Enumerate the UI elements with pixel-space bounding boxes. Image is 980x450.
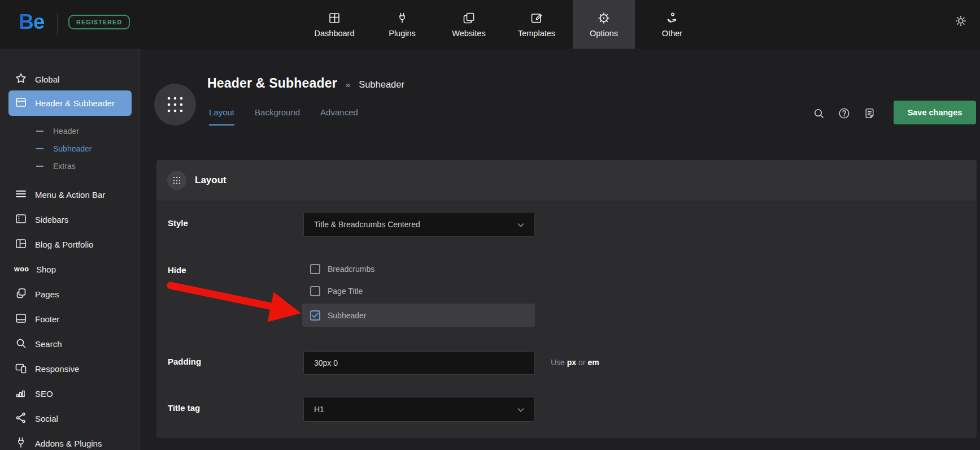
nav-options[interactable]: Options (573, 0, 635, 49)
padding-input-value: 30px 0 (314, 358, 338, 367)
sidebar-item-search[interactable]: Search (0, 335, 140, 353)
hint-text: Use (551, 358, 565, 367)
dash-icon (36, 131, 43, 132)
nav-label: Websites (452, 29, 485, 38)
style-select-value: Title & Breadcrumbs Centered (314, 220, 420, 229)
sidebar-item-label: Blog & Portfolio (35, 240, 93, 249)
section-tabs: Layout Background Advanced (209, 107, 358, 126)
sun-icon[interactable] (953, 14, 968, 28)
sidebar-subitem-header[interactable]: Header (0, 124, 140, 139)
dash-icon (36, 148, 43, 149)
layout-panel: Layout Style Title & Breadcrumbs Centere… (156, 160, 977, 438)
hint-text: or (578, 358, 585, 367)
sidebar-item-responsive[interactable]: Responsive (0, 360, 140, 378)
sidebar-subitem-label: Subheader (53, 144, 92, 153)
registered-badge: REGISTERED (68, 15, 130, 29)
sidebar-item-global[interactable]: Global (0, 70, 140, 88)
sidebar-subitem-subheader[interactable]: Subheader (0, 141, 140, 156)
save-changes-button[interactable]: Save changes (894, 101, 976, 124)
title-tag-select-value: H1 (314, 405, 324, 414)
sidebar-item-label: Shop (36, 265, 56, 274)
sidebar-item-label: Menu & Action Bar (35, 190, 105, 200)
nav-plugins[interactable]: Plugins (371, 0, 433, 49)
sidebar-item-label: Footer (35, 314, 59, 324)
hamburger-icon (14, 187, 28, 202)
hint-unit-px: px (567, 358, 576, 367)
star-icon (14, 72, 28, 87)
sidebar-item-social[interactable]: Social (0, 409, 140, 427)
nav-label: Templates (518, 29, 555, 38)
sidebar-item-label: Search (35, 339, 62, 349)
header-toolbar (812, 107, 876, 120)
breadcrumb: Header & Subheader » Subheader (207, 76, 404, 91)
dashboard-icon (328, 11, 341, 25)
hint-unit-em: em (587, 358, 599, 367)
sidebar-item-footer[interactable]: Footer (0, 310, 140, 328)
websites-icon (462, 11, 476, 25)
style-select[interactable]: Title & Breadcrumbs Centered (303, 212, 535, 237)
header-icon (14, 96, 28, 111)
subheader-checkbox[interactable] (310, 310, 320, 321)
checkbox-label: Subheader (328, 311, 367, 320)
sidebar-item-sidebars[interactable]: Sidebars (0, 210, 140, 228)
padding-input[interactable]: 30px 0 (303, 351, 535, 375)
nav-label: Options (590, 29, 618, 38)
page-title-checkbox[interactable] (310, 286, 320, 296)
sidebar-item-addons-plugins[interactable]: Addons & Plugins (0, 434, 140, 450)
sidebar-item-label: Pages (35, 289, 59, 299)
tab-advanced[interactable]: Advanced (320, 107, 358, 126)
tab-background[interactable]: Background (255, 107, 300, 126)
checkbox-label: Page Title (328, 287, 363, 296)
nav-label: Dashboard (315, 29, 355, 38)
checkbox-label: Breadcrumbs (328, 265, 374, 274)
page-title: Header & Subheader (207, 76, 337, 91)
checkbox-row: Page Title (310, 284, 363, 298)
share-icon (14, 411, 28, 426)
sidebar-item-label: Responsive (35, 364, 79, 374)
search-icon[interactable] (812, 107, 825, 120)
sidebar-item-seo[interactable]: SEO (0, 384, 140, 403)
sidebar-item-label: Addons & Plugins (35, 439, 102, 448)
sidebar-subitem-extras[interactable]: Extras (0, 159, 140, 174)
plug-icon (395, 11, 409, 25)
logo-divider (57, 14, 58, 35)
chevron-down-icon (517, 220, 524, 229)
sidebar: Global Header & Subheader Header Subhead… (0, 49, 140, 450)
search-icon (14, 336, 28, 352)
sidebar-item-label: Social (35, 414, 58, 423)
sidebar-item-label: Header & Subheader (35, 98, 115, 108)
checkbox-row: Breadcrumbs (310, 262, 374, 276)
nav-templates[interactable]: Templates (506, 0, 568, 49)
section-grip-avatar (154, 84, 196, 126)
dash-icon (36, 166, 43, 167)
notes-icon[interactable] (863, 107, 876, 120)
sidebar-item-header-subheader[interactable]: Header & Subheader (8, 90, 132, 116)
nav-other[interactable]: Other (641, 0, 703, 49)
nav-dashboard[interactable]: Dashboard (303, 0, 365, 49)
sidebar-item-menu-action-bar[interactable]: Menu & Action Bar (0, 185, 140, 204)
nav-label: Other (662, 29, 682, 38)
check-icon (312, 313, 319, 318)
footer-icon (14, 311, 28, 327)
sidebar-item-blog-portfolio[interactable]: Blog & Portfolio (0, 235, 140, 253)
sidebar-icon (14, 212, 28, 227)
plug-icon (14, 436, 28, 450)
help-icon[interactable] (838, 107, 851, 120)
padding-label: Padding (168, 357, 201, 366)
nav-websites[interactable]: Websites (438, 0, 500, 49)
panel-title: Layout (195, 175, 227, 186)
sidebar-item-shop[interactable]: woo Shop (0, 260, 140, 278)
breadcrumbs-checkbox[interactable] (310, 264, 320, 274)
betheme-logo: Be (19, 10, 44, 34)
bar-chart-icon (14, 386, 28, 401)
templates-icon (530, 11, 543, 25)
title-tag-select[interactable]: H1 (303, 397, 535, 422)
breadcrumb-separator: » (346, 80, 350, 89)
devices-icon (14, 361, 28, 377)
sidebar-item-pages[interactable]: Pages (0, 285, 140, 303)
nav-label: Plugins (389, 29, 416, 38)
hand-person-icon (665, 11, 679, 25)
hide-label: Hide (168, 265, 186, 275)
sidebar-item-label: Sidebars (35, 215, 68, 224)
tab-layout[interactable]: Layout (209, 107, 234, 126)
